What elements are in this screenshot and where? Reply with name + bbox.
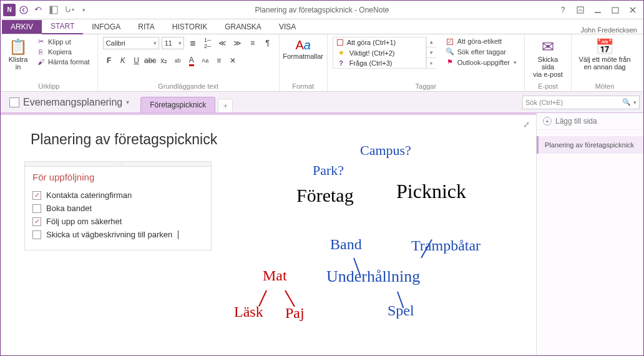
font-color-button[interactable]: A — [185, 54, 198, 67]
qat-dock-button[interactable] — [47, 3, 61, 17]
subscript-button[interactable]: x₂ — [158, 54, 170, 67]
ink-text[interactable]: Mat — [263, 267, 287, 284]
note-heading[interactable]: För uppföljning — [32, 172, 203, 182]
ink-text[interactable]: Campus? — [360, 142, 411, 159]
italic-button[interactable]: K — [117, 54, 129, 67]
font-size-select[interactable]: 11 — [162, 37, 184, 49]
cut-button[interactable]: ✂Klipp ut — [33, 37, 92, 46]
search-scope-dropdown[interactable]: ▾ — [633, 99, 637, 106]
ink-text[interactable]: Park? — [313, 162, 344, 179]
align-button[interactable]: ≡ — [246, 37, 259, 49]
checkbox[interactable] — [32, 204, 41, 213]
titlebar: N ▾ ▾ Planering av företagspicknick - On… — [1, 1, 643, 19]
checkbox[interactable]: ✓ — [32, 191, 41, 200]
font-name-select[interactable]: Calibri — [103, 37, 159, 49]
email-page-button[interactable]: ✉ Skicka sida via e-post — [530, 37, 566, 79]
delete-button[interactable]: ✕ — [227, 54, 239, 67]
checkbox-icon — [337, 39, 343, 46]
page-title[interactable]: Planering av företagspicknick — [31, 131, 217, 148]
tag-expand[interactable]: ▾ — [427, 58, 436, 69]
note-drag-handle[interactable]: · · · — [25, 162, 211, 167]
page-canvas[interactable]: ⤢ Planering av företagspicknick · · · Fö… — [1, 113, 536, 355]
ribbon-tabs: ARKIV START INFOGA RITA HISTORIK GRANSKA… — [1, 19, 643, 34]
checklist-item[interactable]: ✓Kontakta cateringfirman — [32, 189, 203, 202]
bold-button[interactable]: F — [103, 54, 115, 67]
qat-customize-button[interactable]: ▾ — [77, 3, 90, 17]
scissors-icon: ✂ — [36, 37, 46, 46]
align-opts-button[interactable]: ≡ — [213, 54, 225, 67]
help-button[interactable]: ? — [555, 3, 571, 17]
copy-button[interactable]: ⎘Kopiera — [33, 47, 92, 56]
fullscreen-button[interactable]: ⤢ — [523, 120, 530, 129]
group-label-format: Format — [285, 81, 322, 90]
strike-button[interactable]: abc — [144, 54, 157, 67]
indent-button[interactable]: ≫ — [232, 37, 244, 49]
add-page-button[interactable]: + Lägg till sida — [537, 113, 643, 130]
file-tab[interactable]: ARKIV — [2, 20, 42, 34]
minimize-button[interactable] — [590, 3, 606, 17]
notebook-bar: Evenemangsplanering ▾ Företagspicknick +… — [1, 92, 643, 113]
note-container[interactable]: · · · För uppföljning ✓Kontakta catering… — [24, 161, 212, 250]
user-name[interactable]: John Fredericksen — [581, 26, 644, 34]
tag-question[interactable]: ?Fråga (Ctrl+3) — [333, 58, 426, 68]
underline-button[interactable]: U — [130, 54, 143, 67]
undo-button[interactable] — [32, 3, 46, 17]
paragraph-icon[interactable]: ¶ — [261, 37, 274, 49]
text-cursor — [178, 230, 178, 239]
brush-icon: 🖌 — [36, 58, 46, 66]
plus-icon: + — [543, 117, 552, 126]
checklist-item[interactable]: ✓Följ upp om säkerhet — [32, 215, 203, 228]
checklist-item[interactable]: Skicka ut vägbeskrivning till parken — [32, 228, 203, 241]
tag-scroll-down[interactable]: ▼ — [427, 47, 436, 58]
copy-icon: ⎘ — [36, 48, 46, 56]
svg-rect-2 — [50, 6, 52, 14]
ink-text[interactable]: Picknick — [396, 180, 466, 203]
bullets-button[interactable]: ≣ — [187, 37, 199, 49]
tab-draw[interactable]: RITA — [129, 20, 163, 34]
search-icon: 🔍 — [622, 98, 631, 106]
flag-icon: ⚑ — [445, 58, 455, 66]
ribbon-display-button[interactable] — [572, 3, 588, 17]
ink-text[interactable]: Band — [330, 236, 362, 253]
tag-todo[interactable]: Att göra (Ctrl+1) — [333, 37, 426, 47]
tab-view[interactable]: VISA — [270, 20, 305, 34]
window-title: Planering av företagspicknick - OneNote — [255, 6, 389, 14]
tab-insert[interactable]: INFOGA — [83, 20, 129, 34]
add-section-button[interactable]: + — [218, 99, 233, 112]
tab-history[interactable]: HISTORIK — [163, 20, 216, 34]
tag-gallery[interactable]: Att göra (Ctrl+1) ★Viktigt! (Ctrl+2) ?Fr… — [333, 37, 426, 69]
outlook-tasks-button[interactable]: ⚑Outlook-uppgifter▾ — [442, 57, 519, 67]
checkbox[interactable]: ✓ — [32, 217, 41, 226]
paste-button[interactable]: 📋 Klistra in — [6, 37, 31, 72]
todo-tag-button[interactable]: ✓Att göra-etikett — [442, 37, 519, 46]
notebook-selector[interactable]: Evenemangsplanering ▾ — [1, 92, 138, 112]
search-input[interactable]: Sök (Ctrl+E) 🔍 ▾ — [522, 96, 640, 109]
ink-text[interactable]: Spel — [388, 302, 414, 319]
clear-format-button[interactable]: Aa — [199, 54, 212, 67]
checkbox[interactable] — [32, 230, 41, 239]
ink-text[interactable]: Företag — [296, 185, 354, 206]
ribbon: 📋 Klistra in ✂Klipp ut ⎘Kopiera 🖌Hämta f… — [1, 34, 643, 92]
section-tab[interactable]: Företagspicknick — [140, 97, 215, 112]
highlight-button[interactable]: ab — [172, 54, 184, 67]
find-tags-button[interactable]: 🔍Sök efter taggar — [442, 47, 519, 56]
touch-mode-button[interactable]: ▾ — [62, 3, 76, 17]
numbering-button[interactable]: 1─2─ — [202, 37, 214, 49]
tab-review[interactable]: GRANSKA — [216, 20, 270, 34]
ink-text[interactable]: Trampbåtar — [411, 237, 481, 254]
tab-start[interactable]: START — [42, 19, 83, 34]
styles-button[interactable]: Aa Formatmallar — [285, 37, 322, 61]
checkbox-icon: ✓ — [445, 37, 455, 45]
close-button[interactable] — [625, 3, 641, 17]
back-button[interactable] — [17, 3, 31, 17]
meeting-button[interactable]: 📅 Välj ett möte från en annan dag — [577, 37, 633, 72]
ink-text[interactable]: Underhållning — [326, 267, 420, 286]
page-list-item[interactable]: Planering av företagspicknick — [537, 136, 643, 154]
format-painter-button[interactable]: 🖌Hämta format — [33, 57, 92, 66]
checklist-item[interactable]: Boka bandet — [32, 202, 203, 215]
tag-scroll-up[interactable]: ▲ — [427, 37, 436, 47]
outdent-button[interactable]: ≪ — [217, 37, 229, 49]
ink-text[interactable]: Paj — [285, 305, 305, 322]
tag-important[interactable]: ★Viktigt! (Ctrl+2) — [333, 47, 426, 58]
maximize-button[interactable] — [607, 3, 623, 17]
